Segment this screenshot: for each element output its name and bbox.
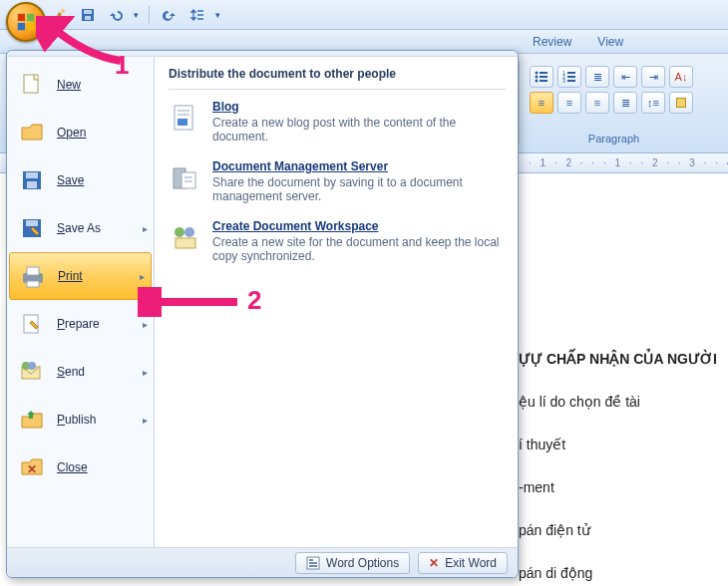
- svg-point-12: [536, 80, 539, 83]
- sub-item-desc: Create a new site for the document and k…: [212, 235, 506, 263]
- svg-rect-0: [18, 14, 25, 21]
- sub-item-cdw[interactable]: Create Document Workspace Create a new s…: [169, 219, 506, 263]
- spacing-dropdown[interactable]: ▾: [215, 10, 220, 20]
- svg-rect-9: [540, 72, 547, 74]
- justify-button[interactable]: ≣: [613, 92, 637, 114]
- menu-item-print[interactable]: Print ▸: [9, 252, 152, 300]
- sub-item-dms[interactable]: Document Management Server Share the doc…: [169, 159, 506, 203]
- shading-button[interactable]: [669, 92, 693, 114]
- exit-word-button[interactable]: ✕ Exit Word: [418, 552, 508, 574]
- svg-rect-49: [309, 565, 317, 567]
- menu-item-label: Prepare: [57, 317, 100, 331]
- svg-rect-35: [175, 106, 192, 130]
- svg-point-43: [175, 227, 184, 237]
- bullets-button[interactable]: [530, 66, 553, 88]
- menu-item-label: Send: [57, 365, 85, 379]
- line-spacing-button[interactable]: ↕≡: [641, 92, 665, 114]
- svg-rect-6: [84, 10, 92, 14]
- svg-rect-1: [27, 14, 34, 21]
- new-icon: [17, 71, 47, 99]
- ribbon-group-paragraph: 123 ≣ ⇤ ⇥ A↓ ≡ ≡ ≡ ≣ ↕≡ Paragraph: [519, 62, 708, 145]
- align-left-button[interactable]: ≡: [530, 92, 553, 114]
- svg-rect-15: [567, 72, 575, 74]
- send-icon: [17, 358, 47, 386]
- menu-item-label: Publish: [57, 413, 96, 427]
- doc-line: -ment: [519, 477, 718, 498]
- workspace-icon: [169, 221, 202, 255]
- svg-rect-47: [309, 559, 313, 561]
- svg-rect-42: [184, 180, 192, 182]
- svg-rect-13: [540, 80, 547, 82]
- svg-rect-7: [85, 16, 91, 20]
- align-right-button[interactable]: ≡: [585, 92, 609, 114]
- numbering-icon: 123: [562, 71, 576, 83]
- doc-line: ỰỰ CHẤP NHẬN CỦA NGƯỜI: [519, 349, 718, 370]
- menu-item-publish[interactable]: Publish ▸: [7, 396, 154, 443]
- svg-rect-25: [26, 220, 38, 226]
- chevron-right-icon: ▸: [143, 367, 148, 378]
- undo-icon: [108, 7, 124, 23]
- undo-button[interactable]: [106, 5, 126, 25]
- chevron-right-icon: ▸: [140, 271, 145, 282]
- doc-line: pán di động: [519, 563, 718, 584]
- menu-item-prepare[interactable]: Prepare ▸: [7, 300, 154, 348]
- menu-item-label: Save As: [57, 221, 101, 235]
- button-label: Word Options: [326, 556, 399, 570]
- separator: [149, 6, 150, 24]
- svg-point-8: [536, 72, 539, 75]
- menu-item-open[interactable]: Open: [7, 109, 154, 156]
- doc-line: í thuyết: [519, 435, 718, 455]
- save-icon: [17, 166, 47, 194]
- increase-indent-button[interactable]: ⇥: [641, 66, 665, 88]
- svg-text:✕: ✕: [27, 462, 37, 476]
- decrease-indent-button[interactable]: ⇤: [613, 66, 637, 88]
- svg-text:3: 3: [562, 78, 565, 83]
- svg-point-4: [61, 9, 65, 13]
- line-spacing-qat[interactable]: [187, 5, 207, 25]
- align-center-button[interactable]: ≡: [557, 92, 581, 114]
- svg-rect-11: [540, 76, 547, 78]
- menu-item-save-as[interactable]: Save As ▸: [7, 204, 154, 252]
- numbering-button[interactable]: 123: [557, 66, 581, 88]
- menu-item-label: Print: [58, 269, 83, 283]
- multilevel-button[interactable]: ≣: [585, 66, 609, 88]
- svg-rect-28: [27, 281, 39, 287]
- svg-rect-19: [567, 80, 575, 82]
- sort-button[interactable]: A↓: [669, 66, 693, 88]
- office-logo-icon: [15, 11, 37, 33]
- office-button[interactable]: [6, 2, 46, 42]
- svg-rect-37: [178, 110, 189, 112]
- prepare-icon: [17, 310, 47, 338]
- format-painter-button[interactable]: [50, 5, 70, 25]
- undo-dropdown[interactable]: ▾: [134, 10, 139, 20]
- doc-line: ệu lí do chọn đề tài: [519, 392, 718, 413]
- menu-right-panel: Distribute the document to other people …: [155, 57, 518, 547]
- menu-footer: Word Options ✕ Exit Word: [7, 547, 518, 577]
- svg-rect-48: [309, 562, 317, 564]
- svg-point-44: [184, 227, 194, 237]
- sub-item-title: Blog: [212, 100, 506, 114]
- tab-view[interactable]: View: [593, 31, 627, 53]
- publish-icon: [17, 406, 47, 434]
- menu-item-label: Save: [57, 173, 84, 187]
- menu-item-close[interactable]: ✕ Close: [7, 443, 154, 491]
- close-folder-icon: ✕: [17, 453, 47, 481]
- menu-item-new[interactable]: New: [7, 61, 154, 109]
- document-area[interactable]: ỰỰ CHẤP NHẬN CỦA NGƯỜI ệu lí do chọn đề …: [519, 209, 718, 576]
- menu-item-send[interactable]: Send ▸: [7, 348, 154, 396]
- tab-review[interactable]: Review: [529, 31, 575, 53]
- word-options-button[interactable]: Word Options: [295, 552, 410, 574]
- svg-rect-38: [178, 114, 189, 116]
- bullets-icon: [535, 71, 548, 83]
- menu-left-column: New Open Save Save As ▸ Print ▸: [7, 57, 155, 547]
- save-button-qat[interactable]: [78, 5, 98, 25]
- menu-item-label: Close: [57, 460, 88, 474]
- menu-item-save[interactable]: Save: [7, 156, 154, 204]
- printer-icon: [18, 262, 48, 290]
- doc-line: pán điện tử: [519, 520, 718, 541]
- options-icon: [306, 556, 320, 570]
- sub-item-blog[interactable]: Blog Create a new blog post with the con…: [169, 100, 506, 144]
- redo-button[interactable]: [160, 5, 180, 25]
- chevron-right-icon: ▸: [143, 415, 148, 426]
- svg-rect-36: [178, 119, 187, 126]
